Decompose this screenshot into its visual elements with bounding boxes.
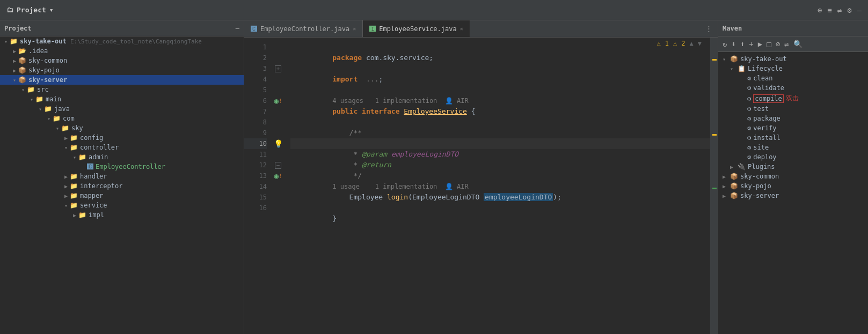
sky-common-label: sky-common [740, 173, 779, 180]
code-area[interactable]: ⚠ 1 ⚠ 2 ▲ ▼ package com.sky.service; imp… [285, 38, 710, 334]
lifecycle-label: Lifecycle [748, 65, 783, 72]
empty-arrow [740, 95, 747, 101]
arrow-icon: ▶ [11, 58, 18, 64]
add-icon[interactable]: ⊕ [818, 6, 822, 14]
tree-item-com[interactable]: ▾ 📁 com [0, 114, 244, 123]
tree-item-sky-pojo[interactable]: ▶ 📦 sky-pojo [0, 65, 244, 75]
tabs-bar: 🅲 EmployeeController.java ✕ 🅸 EmployeeSe… [244, 20, 718, 38]
maven-sky-server-item[interactable]: ▶ 📦 sky-server [718, 191, 868, 201]
java-class-icon: 🅲 [87, 163, 93, 170]
maven-plugins-item[interactable]: ▶ 🔌 Plugins [718, 162, 868, 172]
fold-icon[interactable]: + [275, 65, 282, 72]
maven-upload-icon[interactable]: ⬆ [739, 39, 746, 49]
tab-close-button[interactable]: ✕ [353, 26, 356, 32]
expand-icon[interactable]: ⇌ [837, 6, 842, 14]
gutter-5 [271, 85, 285, 95]
maven-deploy-item[interactable]: ⚙ deploy [718, 152, 868, 162]
maven-run-icon[interactable]: ▶ [757, 39, 763, 49]
tree-item-interceptor[interactable]: ▶ 📁 interceptor [0, 181, 244, 191]
arrow-icon: ▶ [62, 135, 70, 141]
maven-history-icon[interactable]: 🔍 [792, 39, 804, 49]
maven-toggle-icon[interactable]: ⇌ [783, 39, 790, 49]
tree-item-idea[interactable]: ▶ 📂 .idea [0, 46, 244, 56]
plugins-label: Plugins [748, 163, 775, 170]
maven-verify-item[interactable]: ⚙ verify [718, 123, 868, 133]
line-num-10: 10 [244, 138, 267, 149]
tree-item-employeecontroller[interactable]: 🅲 EmployeeController [0, 162, 244, 172]
maven-stop-icon[interactable]: □ [765, 39, 772, 49]
tree-item-mapper[interactable]: ▶ 📁 mapper [0, 191, 244, 201]
maven-root-item[interactable]: ▾ 📦 sky-take-out [718, 54, 868, 64]
gutter-6[interactable]: ◉ ! [271, 95, 285, 106]
editor-scrollbar[interactable] [710, 38, 718, 334]
maven-skip-icon[interactable]: ⊘ [775, 39, 781, 49]
tree-label: src [37, 86, 49, 93]
gutter-3[interactable]: + [271, 63, 285, 74]
maven-validate-item[interactable]: ⚙ validate [718, 83, 868, 93]
maven-test-item[interactable]: ⚙ test [718, 104, 868, 114]
minimize-icon[interactable]: — [857, 6, 862, 14]
maven-package-item[interactable]: ⚙ package [718, 114, 868, 123]
tab-employeecontroller[interactable]: 🅲 EmployeeController.java ✕ [244, 20, 363, 37]
tree-item-sky-take-out[interactable]: ▾ 📁 sky-take-out E:\Study_code_tool_note… [0, 36, 244, 46]
tree-item-impl[interactable]: ▶ 📁 impl [0, 210, 244, 220]
tree-item-handler[interactable]: ▶ 📁 handler [0, 172, 244, 181]
tree-item-config[interactable]: ▶ 📁 config [0, 133, 244, 143]
folder-icon: 📁 [35, 95, 43, 103]
project-title-label: Project [17, 6, 46, 14]
list-icon[interactable]: ≡ [827, 6, 831, 14]
maven-sky-common-item[interactable]: ▶ 📦 sky-common [718, 172, 868, 181]
folder-icon: 📁 [70, 173, 78, 180]
folder-icon: 📁 [78, 153, 86, 161]
expand-arrow: ▶ [723, 174, 730, 180]
tab-close-button[interactable]: ✕ [460, 26, 463, 32]
maven-add-icon[interactable]: + [748, 39, 754, 49]
tree-item-main[interactable]: ▾ 📁 main [0, 94, 244, 104]
empty-arrow [740, 154, 747, 160]
gutter-12[interactable]: − [271, 160, 285, 170]
empty-arrow [740, 106, 747, 112]
bulb-icon[interactable]: 💡 [274, 139, 283, 148]
maven-clean-item[interactable]: ⚙ clean [718, 73, 868, 83]
gutter-1 [271, 42, 285, 53]
settings-icon[interactable]: ⚙ [847, 6, 851, 14]
tree-item-controller[interactable]: ▾ 📁 controller [0, 143, 244, 152]
fold-l-icon[interactable]: ! [279, 98, 282, 104]
gutter-10[interactable]: 💡 [271, 138, 285, 149]
expand-arrow: ▾ [730, 66, 738, 72]
scroll-warn-marker-2 [712, 134, 717, 136]
tabs-more-button[interactable]: ⋮ [700, 25, 718, 33]
maven-install-item[interactable]: ⚙ install [718, 133, 868, 143]
fold-close-icon[interactable]: − [275, 162, 282, 169]
maven-download-icon[interactable]: ⬇ [730, 39, 736, 49]
tree-item-sky-common[interactable]: ▶ 📦 sky-common [0, 56, 244, 65]
tree-item-sky[interactable]: ▾ 📁 sky [0, 123, 244, 133]
tree-item-admin[interactable]: ▾ 📁 admin [0, 152, 244, 162]
maven-lifecycle-item[interactable]: ▾ 📋 Lifecycle [718, 64, 868, 73]
maven-root-label: sky-take-out [740, 55, 787, 63]
gutter-2 [271, 53, 285, 63]
sidebar-collapse-icon[interactable]: — [236, 25, 239, 32]
project-title[interactable]: 🗂 Project ▾ [0, 6, 60, 14]
code-line-11: * @return [290, 149, 710, 160]
code-line-6: public interface EmployeeService { [290, 95, 710, 106]
tree-item-src[interactable]: ▾ 📁 src [0, 85, 244, 94]
fold-l2-icon[interactable]: ! [279, 173, 282, 179]
tab-employeeservice[interactable]: 🅸 EmployeeService.java ✕ [363, 20, 470, 37]
impl-icon[interactable]: ◉ [274, 172, 279, 180]
maven-compile-item[interactable]: ⚙ compile 双击 [718, 93, 868, 104]
code-line-5: 4 usages 1 implementation 👤 AIR [290, 85, 710, 95]
tree-item-service[interactable]: ▾ 📁 service [0, 201, 244, 210]
maven-site-item[interactable]: ⚙ site [718, 143, 868, 152]
impl-icon[interactable]: ◉ [274, 97, 279, 105]
gutter-9 [271, 128, 285, 138]
caret-icon: ▾ [49, 6, 54, 14]
tree-item-sky-server[interactable]: ▾ 📦 sky-server [0, 75, 244, 85]
gutter-13[interactable]: ◉ ! [271, 170, 285, 181]
line-num-8: 8 [244, 117, 267, 128]
maven-refresh-icon[interactable]: ↻ [721, 39, 728, 49]
gear-icon: ⚙ [747, 105, 751, 113]
editor-area: 🅲 EmployeeController.java ✕ 🅸 EmployeeSe… [244, 20, 718, 334]
tree-item-java[interactable]: ▾ 📁 java [0, 104, 244, 114]
maven-sky-pojo-item[interactable]: ▶ 📦 sky-pojo [718, 181, 868, 191]
